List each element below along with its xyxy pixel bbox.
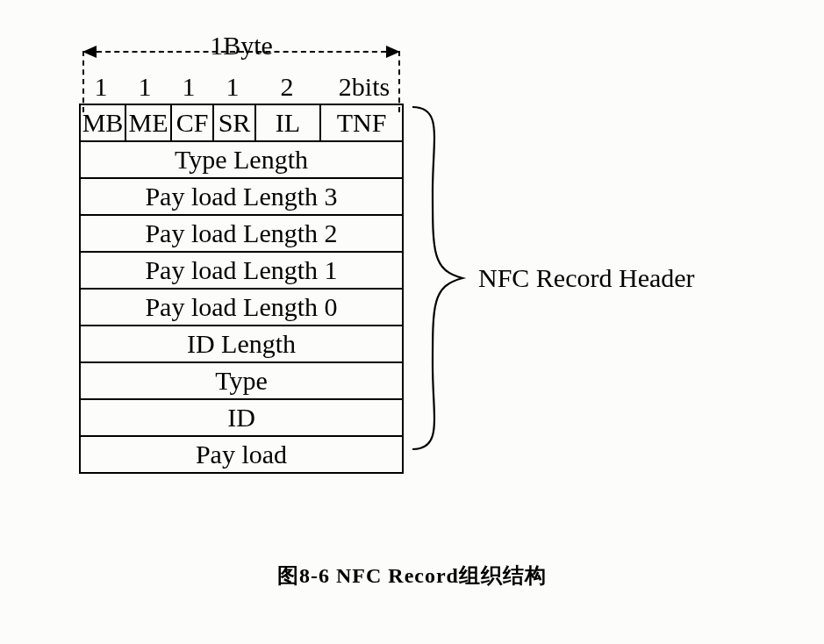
row-payload-length-0: Pay load Length 0 [80,289,403,326]
flag-tnf: TNF [320,104,403,141]
figure-caption: 图8-6 NFC Record组织结构 [0,562,824,590]
row-id: ID [80,399,403,436]
bit-count-me: 1 [123,72,167,102]
flag-il: IL [255,104,320,141]
curly-brace-icon [408,104,469,453]
row-payload: Pay load [80,436,403,473]
dashed-tick-right [398,51,400,112]
flag-mb: MB [80,104,125,141]
bit-numbers-row: 1 1 1 1 2 2bits [79,65,404,104]
record-structure-table: MB ME CF SR IL TNF Type Length Pay load … [79,104,404,474]
flag-cf: CF [171,104,213,141]
row-type-length: Type Length [80,141,403,178]
flag-sr: SR [213,104,255,141]
row-type: Type [80,362,403,399]
row-payload-length-2: Pay load Length 2 [80,215,403,252]
flag-me: ME [125,104,171,141]
bit-count-il: 2 [254,72,319,102]
bit-count-mb: 1 [79,72,123,102]
row-payload-length-3: Pay load Length 3 [80,178,403,215]
nfc-record-header-label: NFC Record Header [478,263,695,293]
flags-row: MB ME CF SR IL TNF [80,104,403,141]
dashed-tick-left [82,51,84,112]
bit-count-sr: 1 [211,72,254,102]
row-id-length: ID Length [80,326,403,362]
bit-count-tnf: 2bits [319,72,404,102]
arrow-left-icon [82,46,97,58]
byte-width-label: 1Byte [79,26,404,65]
row-payload-length-1: Pay load Length 1 [80,252,403,289]
dashed-span-line [97,51,386,53]
byte-width-indicator: 1Byte [79,26,404,65]
bit-count-cf: 1 [167,72,211,102]
